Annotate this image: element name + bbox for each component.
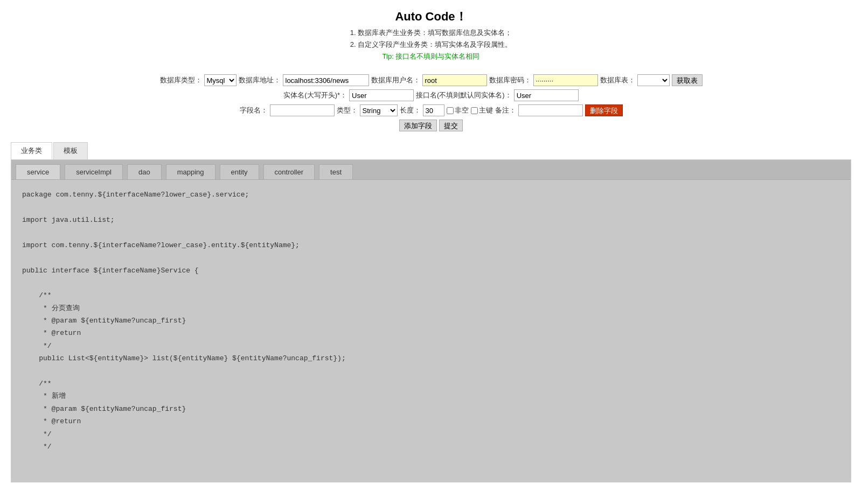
code-area: package com.tenny.${interfaceName?lower_…	[11, 180, 851, 461]
db-pass-input[interactable]	[533, 74, 598, 86]
delete-field-button[interactable]: 删除字段	[585, 104, 623, 116]
form-row-actions: 添加字段 提交	[399, 120, 463, 131]
code-line: /**	[22, 289, 840, 302]
db-user-input[interactable]	[422, 74, 487, 86]
form-row-entity: 实体名(大写开头)*： 接口名(不填则默认同实体名)：	[283, 89, 578, 101]
entity-input[interactable]	[349, 89, 414, 101]
code-line: /**	[22, 377, 840, 390]
code-line: * 分页查询	[22, 302, 840, 314]
db-table-label: 数据库表：	[600, 75, 635, 85]
field-type-select[interactable]: String Integer Long Double Date Boolean	[360, 104, 398, 116]
sub-tab-bar: service serviceImpl dao mapping entity c…	[11, 160, 851, 180]
sub-tab-serviceimpl[interactable]: serviceImpl	[65, 164, 123, 179]
tab-business-class[interactable]: 业务类	[11, 142, 52, 159]
code-line: * @return	[22, 415, 840, 428]
field-comment-label: 备注：	[495, 106, 516, 115]
field-type-label: 类型：	[337, 106, 358, 115]
code-line: package com.tenny.${interfaceName?lower_…	[22, 188, 840, 201]
page-tip: Tip: 接口名不填则与实体名相同	[0, 52, 862, 61]
code-line: * @return	[22, 327, 840, 339]
db-type-label: 数据库类型：	[160, 75, 202, 85]
db-addr-label: 数据库地址：	[239, 75, 281, 85]
tab-template[interactable]: 模板	[53, 142, 88, 159]
db-type-select[interactable]: Mysql Oracle SQLServer	[204, 74, 237, 86]
page-title: Auto Code！	[0, 9, 862, 25]
code-line: import java.util.List;	[22, 214, 840, 226]
code-line: import com.tenny.${interfaceName?lower_c…	[22, 239, 840, 251]
field-pk-label[interactable]: 主键	[471, 106, 493, 115]
interface-label: 接口名(不填则默认同实体名)：	[416, 90, 512, 100]
code-line: */	[22, 428, 840, 440]
code-line	[22, 277, 840, 289]
code-line: * @param ${entityName?uncap_first}	[22, 403, 840, 415]
submit-button[interactable]: 提交	[439, 120, 463, 131]
code-line: */	[22, 440, 840, 453]
main-tab-bar: 业务类 模板	[11, 142, 851, 159]
field-length-input[interactable]	[423, 104, 444, 116]
form-section: 数据库类型： Mysql Oracle SQLServer 数据库地址： 数据库…	[0, 74, 862, 131]
code-line: */	[22, 340, 840, 352]
add-field-button[interactable]: 添加字段	[399, 120, 437, 131]
code-line: * @param ${entityName?uncap_first}	[22, 314, 840, 327]
code-line	[22, 251, 840, 264]
page-header: Auto Code！ 1. 数据库表产生业务类：填写数据库信息及实体名； 2. …	[0, 0, 862, 66]
interface-input[interactable]	[514, 89, 579, 101]
sub-tab-controller[interactable]: controller	[263, 164, 315, 179]
tabs-outer: 业务类 模板 service serviceImpl dao mapping e…	[11, 142, 851, 482]
sub-tab-dao[interactable]: dao	[127, 164, 162, 179]
code-line: public List<${entityName}> list(${entity…	[22, 352, 840, 365]
field-length-label: 长度：	[400, 106, 421, 115]
db-user-label: 数据库用户名：	[371, 75, 420, 85]
field-pk-checkbox[interactable]	[471, 107, 478, 114]
db-table-select[interactable]	[637, 74, 670, 86]
page-desc-1: 1. 数据库表产生业务类：填写数据库信息及实体名； 2. 自定义字段产生业务类：…	[0, 27, 862, 51]
code-line: * 新增	[22, 390, 840, 402]
db-addr-input[interactable]	[283, 74, 369, 86]
code-line	[22, 226, 840, 239]
sub-tab-entity[interactable]: entity	[220, 164, 259, 179]
code-line: public interface ${interfaceName}Service…	[22, 264, 840, 277]
form-row-db: 数据库类型： Mysql Oracle SQLServer 数据库地址： 数据库…	[160, 74, 703, 86]
code-line	[22, 365, 840, 377]
sub-tab-service[interactable]: service	[16, 164, 60, 179]
entity-label: 实体名(大写开头)*：	[283, 90, 347, 100]
fetch-table-button[interactable]: 获取表	[672, 74, 703, 86]
field-notnull-checkbox[interactable]	[447, 107, 454, 114]
field-notnull-label[interactable]: 非空	[447, 106, 469, 115]
field-name-input[interactable]	[270, 104, 335, 116]
form-row-field: 字段名： 类型： String Integer Long Double Date…	[240, 104, 623, 116]
tab-content-area: service serviceImpl dao mapping entity c…	[11, 159, 851, 482]
db-pass-label: 数据库密码：	[489, 75, 531, 85]
sub-tab-test[interactable]: test	[319, 164, 353, 179]
sub-tab-mapping[interactable]: mapping	[166, 164, 215, 179]
field-comment-input[interactable]	[518, 104, 583, 116]
field-name-label: 字段名：	[240, 106, 268, 115]
code-line	[22, 201, 840, 214]
